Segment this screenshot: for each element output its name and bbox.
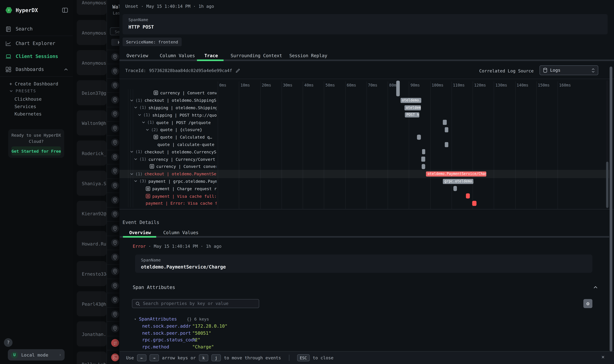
session-list-item[interactable]: Pearl43@hc xyxy=(77,291,106,316)
tab-column-values[interactable]: Column Values xyxy=(163,230,198,235)
span-duration-bar[interactable]: oteldemo.Sh xyxy=(400,98,421,103)
location-pin-icon[interactable] xyxy=(111,296,119,304)
waterfall-scrollbar-thumb[interactable] xyxy=(606,162,608,208)
span-event-marker[interactable] xyxy=(417,134,421,140)
waterfall-row[interactable]: (1)shipping | POST http://quo… xyxy=(119,111,217,119)
chevron-down-icon[interactable] xyxy=(142,121,145,124)
waterfall-row[interactable]: payment | Visa cache full: c… xyxy=(119,192,217,200)
span-duration-bar[interactable] xyxy=(445,142,448,147)
tab-overview[interactable]: Overview xyxy=(129,230,151,235)
span-event-marker[interactable] xyxy=(472,201,476,206)
preset-item[interactable]: Kubernetes xyxy=(14,111,41,117)
location-pin-icon[interactable] xyxy=(111,110,119,118)
location-pin-icon[interactable] xyxy=(111,182,119,189)
collapse-section-icon[interactable] xyxy=(593,285,598,290)
preset-item[interactable]: Clickhouse xyxy=(14,96,41,102)
account-menu[interactable]: U Local mode › xyxy=(8,349,65,361)
close-icon[interactable]: ✕ xyxy=(601,354,604,360)
location-pin-icon[interactable] xyxy=(111,268,119,275)
waterfall-row[interactable]: (1)checkout | oteldemo.CurrencySe… xyxy=(119,148,217,156)
location-pin-icon[interactable] xyxy=(111,310,119,318)
terminal-icon[interactable] xyxy=(111,353,119,361)
waterfall-row[interactable]: quote | Calculated q… xyxy=(119,133,217,141)
panel-scrollbar-track[interactable] xyxy=(610,0,612,364)
span-duration-bar[interactable] xyxy=(422,149,425,154)
tab-session-replay[interactable]: Session Replay xyxy=(289,53,327,58)
session-list-item[interactable]: Anonymous xyxy=(77,50,106,75)
chevron-down-icon[interactable] xyxy=(134,157,137,161)
span-event-marker[interactable] xyxy=(396,81,400,96)
span-event-marker[interactable] xyxy=(466,194,470,198)
panel-scrollbar-thumb[interactable] xyxy=(610,66,612,351)
location-pin-icon[interactable] xyxy=(111,253,119,261)
waterfall-row[interactable]: currency | Convert convers… xyxy=(119,89,217,97)
sidebar-item-chart-explorer[interactable]: Chart Explorer xyxy=(6,39,68,48)
sidebar-collapse-icon[interactable] xyxy=(62,7,68,13)
attribute-value[interactable]: "172.28.0.10" xyxy=(192,323,227,329)
waterfall-row[interactable]: currency | Convert convers… xyxy=(119,163,217,170)
session-list-item[interactable]: Deion37@gm xyxy=(77,80,106,105)
presets-section[interactable]: PRESETS xyxy=(10,89,36,93)
attribute-key[interactable]: rpc.method xyxy=(142,344,169,349)
attribute-key[interactable]: net.sock.peer.addr xyxy=(142,323,191,329)
chevron-down-icon[interactable] xyxy=(138,113,141,117)
waterfall-row[interactable]: quote | calculate-quote xyxy=(119,141,217,148)
location-pin-icon[interactable] xyxy=(111,325,119,333)
chevron-down-icon[interactable] xyxy=(130,172,133,176)
help-button[interactable]: ? xyxy=(4,338,13,347)
location-pin-icon[interactable] xyxy=(111,67,119,75)
session-list-item[interactable]: Ernesto33@ xyxy=(77,261,106,286)
location-pin-icon[interactable] xyxy=(111,153,119,161)
location-pin-icon[interactable] xyxy=(111,196,119,204)
attribute-value[interactable]: "Charge" xyxy=(192,344,214,349)
session-list-item[interactable]: Kieran92@h xyxy=(77,201,106,226)
waterfall-row[interactable]: (1)quote | POST /getquote xyxy=(119,119,217,126)
sidebar-item-dashboards[interactable]: Dashboards xyxy=(6,65,68,74)
exchange-icon[interactable] xyxy=(111,339,119,347)
span-duration-bar[interactable] xyxy=(443,120,447,125)
attribute-key[interactable]: rpc.grpc.status_code xyxy=(142,337,196,343)
gear-icon[interactable]: ⚙ xyxy=(583,299,592,308)
attribute-value[interactable]: "2" xyxy=(192,337,200,343)
location-pin-icon[interactable] xyxy=(111,210,119,218)
span-duration-bar[interactable]: oteldemo.PaymentService/Char xyxy=(426,171,486,176)
preset-item[interactable]: Services xyxy=(14,104,36,109)
tab-surrounding-context[interactable]: Surrounding Context xyxy=(231,53,282,58)
session-list-item[interactable]: Howard.Ru xyxy=(77,231,106,256)
location-pin-icon[interactable] xyxy=(111,139,119,146)
tab-overview[interactable]: Overview xyxy=(127,53,148,58)
waterfall-row[interactable]: payment | Charge request rec… xyxy=(119,185,217,192)
span-duration-bar[interactable]: POST ht xyxy=(405,113,419,117)
waterfall-row[interactable]: (1)checkout | oteldemo.PaymentServi… xyxy=(119,170,217,178)
sidebar-item-client-sessions[interactable]: Client Sessions xyxy=(6,52,68,61)
session-list-item[interactable]: Dolly.Lubo xyxy=(77,351,106,364)
location-pin-icon[interactable] xyxy=(111,225,119,232)
location-pin-icon[interactable] xyxy=(111,53,119,61)
waterfall-row[interactable]: (1)checkout | oteldemo.ShippingSe… xyxy=(119,97,217,104)
session-list-item[interactable]: Anonymous xyxy=(77,20,106,45)
tab-trace[interactable]: Trace xyxy=(204,53,218,58)
get-started-button[interactable]: Get Started for Free xyxy=(11,146,61,155)
span-event-marker[interactable] xyxy=(422,164,425,169)
create-dashboard-button[interactable]: + Create Dashboard xyxy=(10,81,58,87)
sidebar-item-search[interactable]: Search xyxy=(6,25,68,33)
attribute-value[interactable]: "50051" xyxy=(192,330,211,336)
chevron-down-icon[interactable] xyxy=(146,128,149,131)
span-duration-bar[interactable] xyxy=(421,156,425,162)
chevron-down-icon[interactable] xyxy=(130,150,133,154)
span-event-marker[interactable] xyxy=(453,186,457,191)
chevron-down-icon[interactable] xyxy=(134,180,137,183)
session-list-item[interactable]: Shaniya.Sc xyxy=(77,171,106,196)
service-name-chip[interactable]: ServiceName: frontend xyxy=(123,38,182,46)
attribute-key[interactable]: net.sock.peer.port xyxy=(142,330,191,336)
waterfall-row[interactable]: payment | Error: Visa cache ful… xyxy=(119,200,217,207)
location-pin-icon[interactable] xyxy=(111,81,119,89)
session-list-item[interactable]: Anonymous xyxy=(77,0,106,15)
location-pin-icon[interactable] xyxy=(111,239,119,247)
span-duration-bar[interactable]: grpc.oteldemo. xyxy=(443,179,473,184)
chevron-down-icon[interactable] xyxy=(134,106,137,109)
attributes-search-input[interactable]: Search properties by key or value xyxy=(132,299,259,308)
edit-pencil-icon[interactable] xyxy=(235,68,240,73)
waterfall-row[interactable]: (2)quote | {closure} xyxy=(119,126,217,133)
session-list-item[interactable]: Jonathan.B xyxy=(77,321,106,347)
